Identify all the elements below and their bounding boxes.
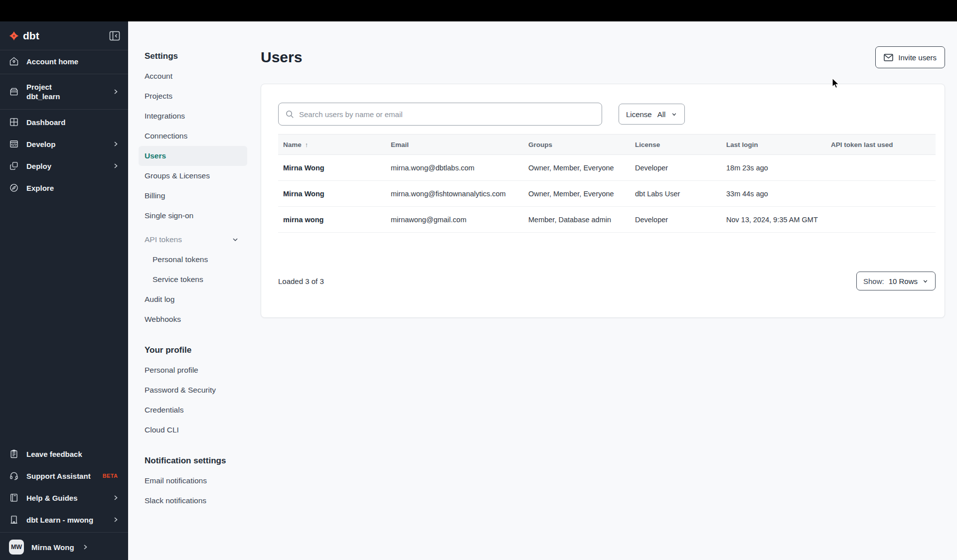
chevron-right-icon xyxy=(112,162,119,169)
user-name: Mirna Wong xyxy=(31,543,74,552)
dashboard-icon xyxy=(9,117,19,127)
chevron-right-icon xyxy=(112,516,119,523)
invite-users-button[interactable]: Invite users xyxy=(875,46,945,68)
settings-nav-item-projects[interactable]: Projects xyxy=(145,86,259,106)
cell-groups: Owner, Member, Everyone xyxy=(528,164,635,172)
license-filter-value: All xyxy=(657,110,666,119)
sidebar-item-deploy[interactable]: Deploy xyxy=(0,155,128,177)
chevron-right-icon xyxy=(112,140,119,147)
project-label: Project xyxy=(26,82,60,92)
sidebar-spacer xyxy=(0,199,128,443)
page-title: Users xyxy=(261,49,302,66)
column-header-api-token-last-used[interactable]: API token last used xyxy=(831,141,936,148)
sidebar-item-label: Dashboard xyxy=(26,118,65,127)
sidebar-header: dbt xyxy=(0,21,128,50)
clipboard-icon xyxy=(9,449,19,459)
settings-nav-item-credentials[interactable]: Credentials xyxy=(145,400,259,420)
column-header-name[interactable]: Name↑ xyxy=(278,141,391,148)
column-header-groups[interactable]: Groups xyxy=(528,141,635,148)
cell-name: mirna wong xyxy=(278,216,391,224)
cell-last-login: 33m 44s ago xyxy=(726,190,831,198)
cell-email: mirna.wong@dbtlabs.com xyxy=(391,164,528,172)
settings-nav-item-billing[interactable]: Billing xyxy=(145,186,259,206)
settings-nav-item-email-notifications[interactable]: Email notifications xyxy=(145,471,259,491)
settings-nav-item-audit-log[interactable]: Audit log xyxy=(145,289,259,309)
sidebar-item-label: Deploy xyxy=(26,162,51,170)
cell-last-login: 18m 23s ago xyxy=(726,164,831,172)
dbt-logo-icon xyxy=(9,31,19,41)
license-filter-dropdown[interactable]: License All xyxy=(619,104,685,125)
settings-nav-item-account[interactable]: Account xyxy=(145,66,259,86)
settings-nav-item-webhooks[interactable]: Webhooks xyxy=(145,309,259,329)
users-table: Name↑ Email Groups License Last login AP… xyxy=(278,134,936,233)
settings-nav: Settings Account Projects Integrations C… xyxy=(128,21,259,560)
collapse-sidebar-icon xyxy=(109,31,120,41)
settings-nav-item-users[interactable]: Users xyxy=(139,146,247,166)
collapse-sidebar-button[interactable] xyxy=(109,31,120,41)
search-box xyxy=(278,103,602,126)
avatar: MW xyxy=(9,540,24,555)
sidebar-item-project[interactable]: Project dbt_learn xyxy=(0,76,128,108)
cell-name: Mirna Wong xyxy=(278,190,391,198)
deploy-icon xyxy=(9,161,19,171)
api-tokens-label: API tokens xyxy=(145,235,182,244)
settings-nav-item-connections[interactable]: Connections xyxy=(145,126,259,146)
settings-nav-item-personal-tokens[interactable]: Personal tokens xyxy=(145,250,259,270)
notifications-section-title: Notification settings xyxy=(145,451,259,471)
settings-nav-item-groups-licenses[interactable]: Groups & Licenses xyxy=(145,166,259,186)
main-content: Users Invite users License All xyxy=(259,21,957,560)
project-icon xyxy=(9,87,19,97)
license-filter-label: License xyxy=(626,110,652,119)
sidebar-divider xyxy=(0,74,128,74)
sidebar-item-dashboard[interactable]: Dashboard xyxy=(0,111,128,133)
sidebar-item-label: Develop xyxy=(26,140,55,148)
sidebar-item-account-home[interactable]: Account home xyxy=(0,50,128,72)
sidebar-item-label: dbt Learn - mwong xyxy=(26,516,93,524)
sidebar-item-org-switcher[interactable]: dbt Learn - mwong xyxy=(0,509,128,531)
settings-nav-item-personal-profile[interactable]: Personal profile xyxy=(145,360,259,380)
column-header-last-login[interactable]: Last login xyxy=(726,141,831,148)
show-label: Show: xyxy=(863,277,884,285)
cell-license: dbt Labs User xyxy=(635,190,726,198)
table-row[interactable]: Mirna Wong mirna.wong@fishtownanalytics.… xyxy=(278,181,936,207)
table-row[interactable]: Mirna Wong mirna.wong@dbtlabs.com Owner,… xyxy=(278,155,936,181)
sidebar-item-explore[interactable]: Explore xyxy=(0,177,128,199)
chevron-right-icon xyxy=(112,88,119,95)
sidebar-item-leave-feedback[interactable]: Leave feedback xyxy=(0,443,128,465)
sidebar-item-help-guides[interactable]: Help & Guides xyxy=(0,487,128,509)
browser-top-bar xyxy=(0,0,957,21)
invite-users-label: Invite users xyxy=(898,53,937,62)
settings-nav-item-single-sign-on[interactable]: Single sign-on xyxy=(145,206,259,226)
cell-license: Developer xyxy=(635,216,726,224)
settings-nav-item-integrations[interactable]: Integrations xyxy=(145,106,259,126)
sidebar-item-label: Explore xyxy=(26,184,54,192)
building-icon xyxy=(9,515,19,525)
cell-groups: Member, Database admin xyxy=(528,216,635,224)
settings-nav-item-service-tokens[interactable]: Service tokens xyxy=(145,270,259,289)
sidebar-item-support-assistant[interactable]: Support Assistant BETA xyxy=(0,465,128,487)
envelope-icon xyxy=(884,54,893,61)
sidebar-item-label: Support Assistant xyxy=(26,472,91,480)
settings-nav-item-cloud-cli[interactable]: Cloud CLI xyxy=(145,420,259,440)
column-header-email[interactable]: Email xyxy=(391,141,528,148)
column-header-license[interactable]: License xyxy=(635,141,726,148)
table-row[interactable]: mirna wong mirnawong@gmail.com Member, D… xyxy=(278,207,936,233)
sidebar-item-label: Account home xyxy=(26,57,78,66)
profile-section-title: Your profile xyxy=(145,340,259,360)
sidebar-item-label: Leave feedback xyxy=(26,450,82,458)
settings-nav-item-slack-notifications[interactable]: Slack notifications xyxy=(145,491,259,511)
sidebar-divider xyxy=(0,532,128,533)
search-input[interactable] xyxy=(299,110,596,119)
settings-nav-item-password-security[interactable]: Password & Security xyxy=(145,380,259,400)
rows-per-page-dropdown[interactable]: Show: 10 Rows xyxy=(856,272,936,290)
loaded-count-text: Loaded 3 of 3 xyxy=(278,277,324,285)
book-icon xyxy=(9,493,19,503)
chevron-down-icon xyxy=(671,111,677,118)
explore-icon xyxy=(9,183,19,193)
develop-icon xyxy=(9,139,19,149)
project-labels: Project dbt_learn xyxy=(26,82,60,101)
sidebar-item-develop[interactable]: Develop xyxy=(0,133,128,155)
sort-ascending-icon: ↑ xyxy=(305,141,309,148)
settings-nav-item-api-tokens[interactable]: API tokens xyxy=(145,230,259,250)
sidebar-user-menu[interactable]: MW Mirna Wong xyxy=(0,534,128,560)
